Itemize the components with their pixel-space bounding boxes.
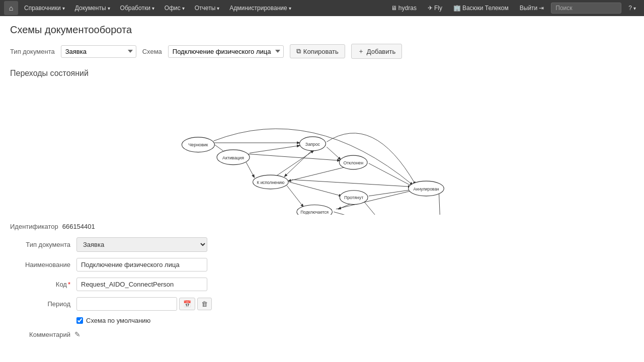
svg-text:Запрос: Запрос xyxy=(305,142,320,147)
form-code-label: Код xyxy=(10,281,70,288)
nav-item-dokumenty[interactable]: Документы ▾ xyxy=(71,3,114,14)
user-hydras[interactable]: 🖥 hydras xyxy=(387,3,421,14)
form-doc-type-row: Тип документа Заявка xyxy=(10,237,634,252)
doc-type-filter-select[interactable]: Заявка xyxy=(61,45,136,58)
help-button[interactable]: ? ▾ xyxy=(624,3,640,14)
identifier-value: 666154401 xyxy=(62,223,95,230)
home-button[interactable]: ⌂ xyxy=(4,1,18,15)
schema-filter-select[interactable]: Подключение физического лица xyxy=(168,45,284,58)
calendar-icon: 📅 xyxy=(183,300,191,308)
default-schema-row: Схема по умолчанию xyxy=(76,317,634,324)
svg-text:К исполнению: К исполнению xyxy=(257,180,285,185)
chevron-down-icon: ▾ xyxy=(289,6,291,11)
chevron-down-icon: ▾ xyxy=(633,6,636,11)
form-period-row: Период 📅 🗑 xyxy=(10,297,634,311)
svg-text:Протянут: Протянут xyxy=(344,195,363,200)
add-button[interactable]: ＋ Добавить xyxy=(351,44,402,59)
svg-line-8 xyxy=(292,179,411,187)
nav-item-ofis[interactable]: Офис ▾ xyxy=(160,3,189,14)
svg-line-16 xyxy=(369,163,413,187)
svg-line-19 xyxy=(276,151,313,176)
form-doc-type-select[interactable]: Заявка xyxy=(76,237,207,252)
svg-text:Черновик: Черновик xyxy=(188,142,208,147)
doc-type-filter-label: Тип документа xyxy=(10,48,55,55)
svg-line-12 xyxy=(334,212,378,215)
page-title: Схемы документооборота xyxy=(10,24,634,36)
default-schema-label: Схема по умолчанию xyxy=(86,317,150,324)
chevron-down-icon: ▾ xyxy=(62,6,65,11)
svg-line-6 xyxy=(289,182,342,196)
monitor-icon: 🖥 xyxy=(391,5,397,12)
svg-line-2 xyxy=(250,146,299,153)
form-name-label: Наименование xyxy=(10,261,70,268)
comment-row: Комментарий ✎ xyxy=(10,330,634,338)
svg-line-11 xyxy=(369,190,414,196)
svg-line-18 xyxy=(248,154,340,160)
clear-period-button[interactable]: 🗑 xyxy=(197,298,212,310)
svg-text:Подключается: Подключается xyxy=(300,210,329,215)
company-icon: 🏢 xyxy=(453,5,461,12)
user-vasyuki[interactable]: 🏢 Васюки Телеком xyxy=(449,3,513,14)
chevron-down-icon: ▾ xyxy=(217,6,219,11)
home-icon: ⌂ xyxy=(9,4,13,12)
nav-item-obrabotki[interactable]: Обработки ▾ xyxy=(116,3,158,14)
topnav-right: 🖥 hydras ✈ Fly 🏢 Васюки Телеком Выйти ⇥ … xyxy=(387,3,640,14)
main-content: Схемы документооборота Тип документа Зая… xyxy=(0,16,644,346)
form-name-input[interactable] xyxy=(76,258,207,272)
fly-icon: ✈ xyxy=(428,5,433,12)
svg-line-3 xyxy=(245,160,255,177)
nav-item-spravochniki[interactable]: Справочники ▾ xyxy=(20,3,69,14)
chevron-down-icon: ▾ xyxy=(108,6,110,11)
chevron-down-icon: ▾ xyxy=(152,6,154,11)
workflow-diagram: Черновик Активация Запрос Отклонен К исп… xyxy=(10,84,634,215)
diagram-area: Черновик Активация Запрос Отклонен К исп… xyxy=(10,84,634,215)
default-schema-checkbox[interactable] xyxy=(76,317,83,324)
logout-button[interactable]: Выйти ⇥ xyxy=(516,3,548,14)
form-code-input[interactable] xyxy=(76,278,207,291)
logout-icon: ⇥ xyxy=(539,5,544,12)
topnav: ⌂ Справочники ▾ Документы ▾ Обработки ▾ … xyxy=(0,0,644,16)
period-input-group: 📅 🗑 xyxy=(76,297,212,311)
svg-line-17 xyxy=(288,167,345,181)
form-name-row: Наименование xyxy=(10,258,634,272)
copy-icon: ⧉ xyxy=(296,47,301,55)
filter-row: Тип документа Заявка Схема Подключение ф… xyxy=(10,44,634,59)
identifier-row: Идентификатор 666154401 xyxy=(10,223,634,230)
section-title: Переходы состояний xyxy=(10,69,634,78)
plus-icon: ＋ xyxy=(358,47,364,56)
svg-text:Активация: Активация xyxy=(222,155,244,160)
form-period-input[interactable] xyxy=(76,297,177,311)
svg-text:Отклонен: Отклонен xyxy=(343,160,363,165)
svg-line-4 xyxy=(327,147,341,159)
identifier-label: Идентификатор xyxy=(10,223,58,230)
svg-line-10 xyxy=(364,202,382,215)
form-doc-type-label: Тип документа xyxy=(10,241,70,248)
form-period-label: Период xyxy=(10,300,70,308)
user-fly[interactable]: ✈ Fly xyxy=(424,3,446,14)
nav-item-administrirovanie[interactable]: Администрирование ▾ xyxy=(225,3,295,14)
svg-line-7 xyxy=(287,186,303,207)
copy-button[interactable]: ⧉ Копировать xyxy=(290,44,345,58)
form-code-row: Код xyxy=(10,278,634,291)
comment-label: Комментарий xyxy=(10,331,70,338)
search-input[interactable] xyxy=(551,3,621,14)
schema-filter-label: Схема xyxy=(142,48,162,55)
svg-text:Аннулирован: Аннулирован xyxy=(413,187,439,192)
edit-comment-icon[interactable]: ✎ xyxy=(74,330,80,338)
chevron-down-icon: ▾ xyxy=(182,6,185,11)
delete-icon: 🗑 xyxy=(201,300,208,308)
nav-item-otchety[interactable]: Отчеты ▾ xyxy=(191,3,223,14)
calendar-button[interactable]: 📅 xyxy=(179,298,195,310)
